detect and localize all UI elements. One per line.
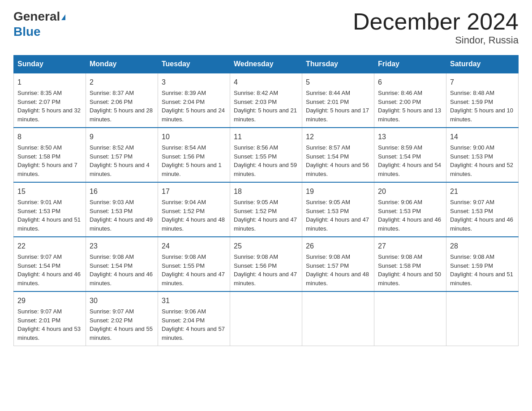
day-info: Sunrise: 9:03 AMSunset: 1:53 PMDaylight:… (90, 199, 153, 232)
day-number: 8 (17, 132, 82, 142)
day-number: 23 (90, 241, 154, 252)
day-info: Sunrise: 8:56 AMSunset: 1:55 PMDaylight:… (234, 144, 297, 177)
calendar-cell: 6Sunrise: 8:46 AMSunset: 2:00 PMDaylight… (374, 73, 446, 128)
calendar-cell: 28Sunrise: 9:08 AMSunset: 1:59 PMDayligh… (446, 237, 519, 291)
day-number: 20 (378, 186, 442, 197)
day-number: 29 (17, 295, 82, 306)
day-info: Sunrise: 9:08 AMSunset: 1:55 PMDaylight:… (162, 253, 225, 287)
calendar-cell: 31Sunrise: 9:06 AMSunset: 2:04 PMDayligh… (158, 291, 230, 346)
calendar-cell: 13Sunrise: 8:59 AMSunset: 1:54 PMDayligh… (374, 128, 446, 182)
calendar-week-4: 22Sunrise: 9:07 AMSunset: 1:54 PMDayligh… (14, 237, 519, 291)
calendar-cell (230, 291, 302, 346)
day-info: Sunrise: 8:35 AMSunset: 2:07 PMDaylight:… (17, 90, 81, 123)
calendar-cell: 29Sunrise: 9:07 AMSunset: 2:01 PMDayligh… (14, 291, 86, 346)
calendar-cell: 30Sunrise: 9:07 AMSunset: 2:02 PMDayligh… (86, 291, 158, 346)
day-number: 25 (234, 241, 298, 252)
day-info: Sunrise: 9:06 AMSunset: 1:53 PMDaylight:… (378, 199, 441, 232)
calendar-cell: 15Sunrise: 9:01 AMSunset: 1:53 PMDayligh… (14, 182, 86, 237)
day-number: 1 (17, 77, 82, 88)
calendar-cell: 1Sunrise: 8:35 AMSunset: 2:07 PMDaylight… (14, 73, 86, 128)
day-info: Sunrise: 9:08 AMSunset: 1:56 PMDaylight:… (234, 253, 297, 287)
day-number: 27 (378, 241, 442, 252)
day-info: Sunrise: 9:08 AMSunset: 1:54 PMDaylight:… (90, 253, 153, 287)
calendar-cell: 16Sunrise: 9:03 AMSunset: 1:53 PMDayligh… (86, 182, 158, 237)
calendar-week-1: 1Sunrise: 8:35 AMSunset: 2:07 PMDaylight… (14, 73, 519, 128)
day-info: Sunrise: 9:07 AMSunset: 1:54 PMDaylight:… (17, 253, 81, 287)
day-number: 22 (17, 241, 82, 252)
day-number: 5 (306, 77, 370, 88)
col-tuesday: Tuesday (158, 56, 230, 73)
calendar-cell: 26Sunrise: 9:08 AMSunset: 1:57 PMDayligh… (302, 237, 374, 291)
day-info: Sunrise: 9:07 AMSunset: 2:02 PMDaylight:… (90, 308, 153, 341)
day-number: 3 (162, 77, 226, 88)
logo-blue: Blue (13, 24, 41, 39)
day-number: 28 (450, 241, 515, 252)
day-number: 4 (234, 77, 298, 88)
day-info: Sunrise: 8:52 AMSunset: 1:57 PMDaylight:… (90, 144, 150, 177)
col-wednesday: Wednesday (230, 56, 302, 73)
calendar-cell: 5Sunrise: 8:44 AMSunset: 2:01 PMDaylight… (302, 73, 374, 128)
day-info: Sunrise: 8:59 AMSunset: 1:54 PMDaylight:… (378, 144, 441, 177)
day-info: Sunrise: 9:08 AMSunset: 1:59 PMDaylight:… (450, 253, 513, 287)
title-block: December 2024 Sindor, Russia (353, 9, 519, 46)
day-number: 30 (90, 295, 154, 306)
calendar-cell: 7Sunrise: 8:48 AMSunset: 1:59 PMDaylight… (446, 73, 519, 128)
day-info: Sunrise: 8:46 AMSunset: 2:00 PMDaylight:… (378, 90, 441, 123)
calendar-cell: 23Sunrise: 9:08 AMSunset: 1:54 PMDayligh… (86, 237, 158, 291)
day-number: 2 (90, 77, 154, 88)
calendar-cell: 14Sunrise: 9:00 AMSunset: 1:53 PMDayligh… (446, 128, 519, 182)
col-saturday: Saturday (446, 56, 519, 73)
calendar-cell: 18Sunrise: 9:05 AMSunset: 1:52 PMDayligh… (230, 182, 302, 237)
day-number: 24 (162, 241, 226, 252)
calendar-cell: 3Sunrise: 8:39 AMSunset: 2:04 PMDaylight… (158, 73, 230, 128)
day-info: Sunrise: 8:54 AMSunset: 1:56 PMDaylight:… (162, 144, 222, 177)
calendar-cell: 9Sunrise: 8:52 AMSunset: 1:57 PMDaylight… (86, 128, 158, 182)
calendar-cell: 17Sunrise: 9:04 AMSunset: 1:52 PMDayligh… (158, 182, 230, 237)
page-subtitle: Sindor, Russia (353, 34, 519, 46)
calendar-cell: 20Sunrise: 9:06 AMSunset: 1:53 PMDayligh… (374, 182, 446, 237)
day-info: Sunrise: 9:05 AMSunset: 1:53 PMDaylight:… (306, 199, 369, 232)
calendar-cell: 24Sunrise: 9:08 AMSunset: 1:55 PMDayligh… (158, 237, 230, 291)
calendar-week-5: 29Sunrise: 9:07 AMSunset: 2:01 PMDayligh… (14, 291, 519, 346)
logo-triangle-icon (61, 14, 65, 20)
logo: General Blue (13, 9, 65, 39)
calendar-cell: 21Sunrise: 9:07 AMSunset: 1:53 PMDayligh… (446, 182, 519, 237)
day-number: 12 (306, 132, 370, 142)
day-number: 10 (162, 132, 226, 142)
col-monday: Monday (86, 56, 158, 73)
day-number: 19 (306, 186, 370, 197)
day-info: Sunrise: 8:57 AMSunset: 1:54 PMDaylight:… (306, 144, 369, 177)
calendar-cell: 22Sunrise: 9:07 AMSunset: 1:54 PMDayligh… (14, 237, 86, 291)
calendar-cell (302, 291, 374, 346)
calendar-cell (446, 291, 519, 346)
day-number: 16 (90, 186, 154, 197)
day-info: Sunrise: 8:50 AMSunset: 1:58 PMDaylight:… (17, 144, 77, 177)
day-number: 26 (306, 241, 370, 252)
day-number: 11 (234, 132, 298, 142)
day-info: Sunrise: 8:42 AMSunset: 2:03 PMDaylight:… (234, 90, 297, 123)
day-info: Sunrise: 9:07 AMSunset: 2:01 PMDaylight:… (17, 308, 81, 341)
day-info: Sunrise: 9:08 AMSunset: 1:58 PMDaylight:… (378, 253, 441, 287)
col-friday: Friday (374, 56, 446, 73)
day-info: Sunrise: 9:00 AMSunset: 1:53 PMDaylight:… (450, 144, 513, 177)
day-number: 14 (450, 132, 515, 142)
day-number: 9 (90, 132, 154, 142)
calendar-table: Sunday Monday Tuesday Wednesday Thursday… (13, 55, 519, 346)
day-info: Sunrise: 8:44 AMSunset: 2:01 PMDaylight:… (306, 90, 369, 123)
day-number: 6 (378, 77, 442, 88)
col-thursday: Thursday (302, 56, 374, 73)
day-number: 18 (234, 186, 298, 197)
calendar-cell: 27Sunrise: 9:08 AMSunset: 1:58 PMDayligh… (374, 237, 446, 291)
calendar-week-3: 15Sunrise: 9:01 AMSunset: 1:53 PMDayligh… (14, 182, 519, 237)
calendar-cell: 4Sunrise: 8:42 AMSunset: 2:03 PMDaylight… (230, 73, 302, 128)
day-info: Sunrise: 9:07 AMSunset: 1:53 PMDaylight:… (450, 199, 513, 232)
day-number: 31 (162, 295, 226, 306)
calendar-cell: 12Sunrise: 8:57 AMSunset: 1:54 PMDayligh… (302, 128, 374, 182)
page-header: General Blue December 2024 Sindor, Russi… (13, 9, 519, 46)
day-info: Sunrise: 9:05 AMSunset: 1:52 PMDaylight:… (234, 199, 297, 232)
calendar-cell: 8Sunrise: 8:50 AMSunset: 1:58 PMDaylight… (14, 128, 86, 182)
day-number: 13 (378, 132, 442, 142)
calendar-header-row: Sunday Monday Tuesday Wednesday Thursday… (14, 56, 519, 73)
day-info: Sunrise: 9:06 AMSunset: 2:04 PMDaylight:… (162, 308, 225, 341)
day-info: Sunrise: 8:39 AMSunset: 2:04 PMDaylight:… (162, 90, 225, 123)
